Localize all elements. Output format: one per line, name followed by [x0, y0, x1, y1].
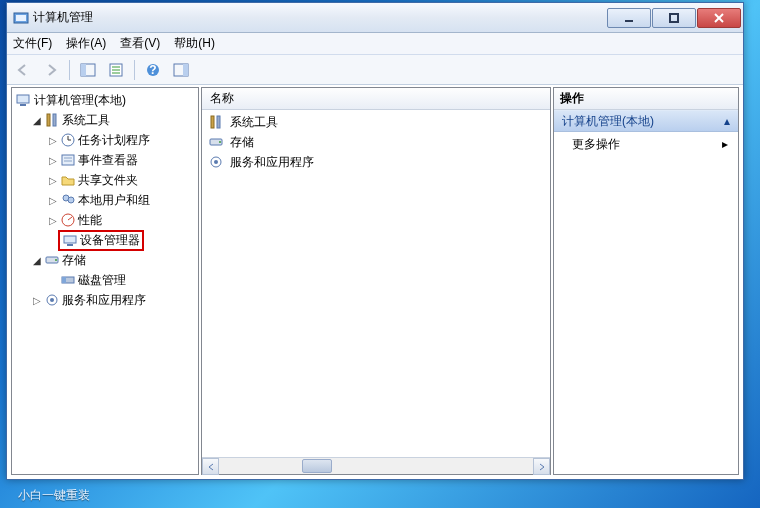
svg-point-43: [214, 160, 218, 164]
tree-root[interactable]: 计算机管理(本地): [12, 90, 198, 110]
list-pane: 名称 系统工具 存储 服务和应用程序: [201, 87, 551, 475]
tree-performance[interactable]: ▷性能: [44, 210, 198, 230]
tools-icon: [44, 112, 60, 128]
close-button[interactable]: [697, 8, 741, 28]
window-title: 计算机管理: [33, 9, 606, 26]
menubar: 文件(F) 操作(A) 查看(V) 帮助(H): [7, 33, 743, 55]
scroll-right-button[interactable]: [533, 458, 550, 475]
actions-section-title[interactable]: 计算机管理(本地) ▴: [554, 110, 738, 132]
collapse-arrow-icon: ▴: [724, 114, 730, 128]
tree-local-users[interactable]: ▷本地用户和组: [44, 190, 198, 210]
menu-file[interactable]: 文件(F): [13, 35, 52, 52]
red-highlight: 设备管理器: [58, 230, 144, 251]
disk-icon: [60, 272, 76, 288]
tree-system-tools[interactable]: ◢ 系统工具: [28, 110, 198, 130]
list-item-system-tools[interactable]: 系统工具: [202, 112, 550, 132]
svg-text:?: ?: [149, 63, 156, 77]
show-hide-action-pane-button[interactable]: [169, 58, 193, 82]
actions-header: 操作: [554, 88, 738, 110]
expand-arrow-icon[interactable]: ◢: [32, 115, 42, 126]
menu-action[interactable]: 操作(A): [66, 35, 106, 52]
back-button[interactable]: [11, 58, 35, 82]
window-controls: [606, 8, 741, 28]
svg-rect-23: [62, 155, 74, 165]
svg-rect-15: [183, 64, 188, 76]
list-item-services[interactable]: 服务和应用程序: [202, 152, 550, 172]
menu-help[interactable]: 帮助(H): [174, 35, 215, 52]
forward-button[interactable]: [39, 58, 63, 82]
scroll-left-button[interactable]: [202, 458, 219, 475]
properties-button[interactable]: [104, 58, 128, 82]
list-header-name[interactable]: 名称: [202, 88, 242, 109]
svg-point-33: [55, 259, 57, 261]
tree-services-apps[interactable]: ▷ 服务和应用程序: [28, 290, 198, 310]
tools-icon: [208, 114, 224, 130]
toolbar-separator: [69, 60, 70, 80]
svg-rect-30: [64, 236, 76, 243]
taskbar-fragment: 小白一键重装: [0, 482, 90, 508]
svg-rect-31: [67, 244, 73, 246]
svg-rect-39: [217, 116, 220, 128]
computer-management-window: 计算机管理 文件(F) 操作(A) 查看(V) 帮助(H) ?: [6, 2, 744, 480]
performance-icon: [60, 212, 76, 228]
horizontal-scrollbar[interactable]: [202, 457, 550, 474]
toolbar-separator: [134, 60, 135, 80]
svg-point-41: [219, 141, 221, 143]
shared-folder-icon: [60, 172, 76, 188]
show-hide-tree-button[interactable]: [76, 58, 100, 82]
svg-rect-3: [670, 14, 678, 22]
svg-rect-18: [47, 114, 50, 126]
services-icon: [44, 292, 60, 308]
tree-pane: 计算机管理(本地) ◢ 系统工具 ▷任务计划程序: [11, 87, 199, 475]
app-icon: [13, 10, 29, 26]
device-manager-icon: [62, 232, 78, 248]
expand-arrow-icon[interactable]: ▷: [32, 295, 42, 306]
svg-rect-16: [17, 95, 29, 103]
titlebar: 计算机管理: [7, 3, 743, 33]
tree-shared-folders[interactable]: ▷共享文件夹: [44, 170, 198, 190]
svg-point-37: [50, 298, 54, 302]
svg-rect-17: [20, 104, 26, 106]
svg-point-27: [68, 197, 74, 203]
menu-view[interactable]: 查看(V): [120, 35, 160, 52]
svg-rect-19: [53, 114, 56, 126]
svg-rect-2: [625, 20, 633, 22]
users-icon: [60, 192, 76, 208]
event-viewer-icon: [60, 152, 76, 168]
tree-event-viewer[interactable]: ▷事件查看器: [44, 150, 198, 170]
storage-icon: [44, 252, 60, 268]
clock-icon: [60, 132, 76, 148]
content-area: 计算机管理(本地) ◢ 系统工具 ▷任务计划程序: [7, 85, 743, 479]
tree-body[interactable]: 计算机管理(本地) ◢ 系统工具 ▷任务计划程序: [12, 88, 198, 474]
expand-arrow-icon[interactable]: ▷: [48, 195, 58, 206]
tree-device-manager[interactable]: 设备管理器: [44, 230, 198, 250]
scroll-thumb[interactable]: [302, 459, 332, 473]
expand-arrow-icon[interactable]: ▷: [48, 175, 58, 186]
actions-pane: 操作 计算机管理(本地) ▴ 更多操作 ▸: [553, 87, 739, 475]
list-item-storage[interactable]: 存储: [202, 132, 550, 152]
svg-line-29: [68, 217, 72, 220]
svg-rect-7: [81, 64, 86, 76]
tree-storage[interactable]: ◢ 存储: [28, 250, 198, 270]
svg-rect-38: [211, 116, 214, 128]
services-icon: [208, 154, 224, 170]
svg-rect-1: [16, 15, 26, 21]
list-body[interactable]: 系统工具 存储 服务和应用程序: [202, 110, 550, 457]
expand-arrow-icon[interactable]: ◢: [32, 255, 42, 266]
toolbar: ?: [7, 55, 743, 85]
maximize-button[interactable]: [652, 8, 696, 28]
actions-more[interactable]: 更多操作 ▸: [554, 132, 738, 156]
minimize-button[interactable]: [607, 8, 651, 28]
submenu-arrow-icon: ▸: [722, 137, 728, 151]
svg-rect-35: [62, 277, 66, 283]
list-header-row: 名称: [202, 88, 550, 110]
expand-arrow-icon[interactable]: ▷: [48, 215, 58, 226]
expand-arrow-icon[interactable]: ▷: [48, 135, 58, 146]
tree-disk-management[interactable]: 磁盘管理: [44, 270, 198, 290]
expand-arrow-icon[interactable]: ▷: [48, 155, 58, 166]
computer-icon: [16, 92, 32, 108]
tree-task-scheduler[interactable]: ▷任务计划程序: [44, 130, 198, 150]
help-button[interactable]: ?: [141, 58, 165, 82]
storage-icon: [208, 134, 224, 150]
